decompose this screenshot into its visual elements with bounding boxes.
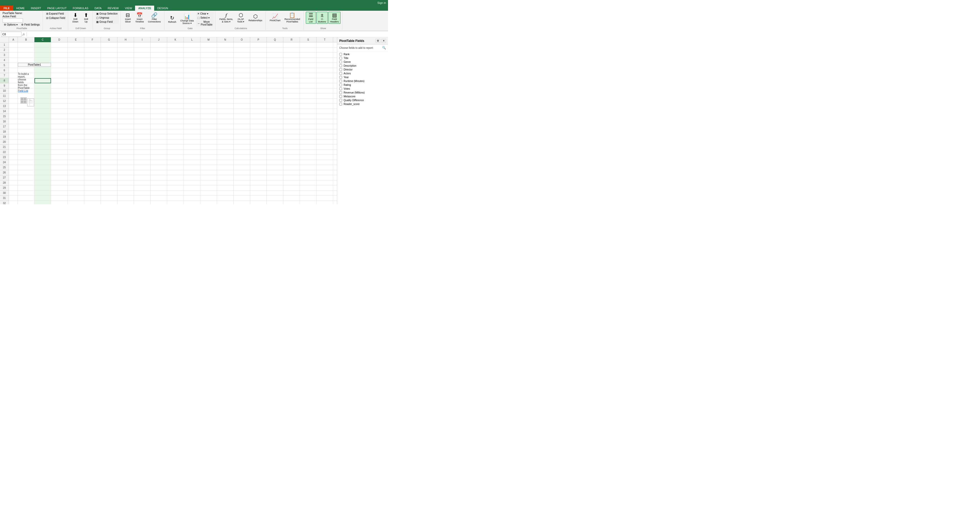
cell[interactable]	[84, 150, 101, 155]
cell[interactable]	[35, 175, 51, 180]
field-item-title[interactable]: Title	[339, 56, 386, 60]
cell[interactable]	[200, 124, 217, 129]
cell[interactable]	[35, 155, 51, 160]
cell[interactable]	[300, 119, 317, 124]
cell[interactable]	[101, 42, 118, 48]
cell[interactable]	[9, 150, 18, 155]
cell[interactable]	[68, 83, 84, 88]
field-checkbox-3[interactable]	[339, 64, 342, 67]
cell[interactable]	[151, 155, 167, 160]
tab-home[interactable]: HOME	[13, 6, 28, 11]
cell[interactable]	[333, 185, 337, 191]
cell[interactable]	[333, 175, 337, 180]
cell[interactable]	[134, 104, 151, 109]
cell[interactable]	[267, 73, 283, 78]
row-25[interactable]: 25	[0, 165, 9, 170]
cell[interactable]	[134, 68, 151, 73]
cell[interactable]	[333, 150, 337, 155]
cell[interactable]	[250, 42, 267, 48]
cell[interactable]	[35, 150, 51, 155]
sign-in-link[interactable]: Sign in	[377, 1, 386, 4]
cell[interactable]	[267, 68, 283, 73]
field-item-rank[interactable]: Rank	[339, 53, 386, 56]
cell[interactable]	[151, 114, 167, 119]
cell[interactable]	[118, 139, 134, 145]
cell[interactable]	[151, 104, 167, 109]
cell[interactable]	[234, 201, 250, 204]
cell[interactable]	[283, 114, 300, 119]
cell[interactable]	[51, 73, 68, 78]
cell[interactable]	[217, 134, 234, 139]
cell[interactable]	[283, 165, 300, 170]
cell[interactable]	[84, 94, 101, 99]
cell[interactable]	[35, 73, 51, 78]
ungroup-button[interactable]: ▢ Ungroup	[95, 16, 119, 20]
cell[interactable]	[18, 53, 35, 58]
cell[interactable]	[118, 180, 134, 185]
cell[interactable]	[151, 78, 167, 83]
cell[interactable]	[234, 180, 250, 185]
insert-timeline-button[interactable]: 📅 InsertTimeline	[134, 12, 146, 24]
cell[interactable]	[167, 185, 184, 191]
cell[interactable]	[151, 119, 167, 124]
cell[interactable]	[9, 58, 18, 63]
tab-analyze[interactable]: ANALYZE	[135, 6, 154, 11]
cell[interactable]	[267, 124, 283, 129]
cell[interactable]	[151, 185, 167, 191]
cell[interactable]	[167, 180, 184, 185]
cell[interactable]	[234, 88, 250, 94]
field-item-genre[interactable]: Genre	[339, 60, 386, 64]
cell[interactable]	[200, 180, 217, 185]
cell[interactable]	[250, 170, 267, 175]
cell[interactable]	[84, 104, 101, 109]
cell[interactable]	[234, 139, 250, 145]
cell[interactable]	[151, 160, 167, 165]
cell[interactable]	[283, 88, 300, 94]
cell[interactable]	[18, 170, 35, 175]
plus-buttons-button[interactable]: ± +/-Buttons	[317, 12, 328, 24]
cell[interactable]	[68, 139, 84, 145]
cell[interactable]	[9, 83, 18, 88]
cell[interactable]	[333, 53, 337, 58]
cell[interactable]	[184, 63, 200, 68]
cell[interactable]	[9, 114, 18, 119]
cell[interactable]	[184, 160, 200, 165]
cell[interactable]	[234, 58, 250, 63]
cell[interactable]	[134, 155, 151, 160]
filter-connections-button[interactable]: 🔗 FilterConnections	[146, 12, 162, 24]
cell[interactable]	[267, 83, 283, 88]
cell[interactable]	[51, 114, 68, 119]
cell[interactable]	[84, 78, 101, 83]
formula-input[interactable]	[29, 33, 387, 36]
cell[interactable]	[167, 145, 184, 150]
move-pivottable-button[interactable]: ↔ MovePivotTable	[196, 20, 214, 27]
cell[interactable]	[300, 63, 317, 68]
cell[interactable]	[51, 119, 68, 124]
col-header-O[interactable]: O	[234, 37, 250, 42]
cell[interactable]	[9, 170, 18, 175]
cell[interactable]	[118, 109, 134, 114]
field-item-metascore[interactable]: Metascore	[339, 94, 386, 98]
col-header-Q[interactable]: Q	[267, 37, 283, 42]
cell[interactable]	[333, 58, 337, 63]
cell[interactable]	[333, 165, 337, 170]
cell[interactable]	[317, 68, 333, 73]
cell[interactable]	[283, 201, 300, 204]
cell[interactable]	[250, 73, 267, 78]
cell[interactable]	[250, 58, 267, 63]
cell[interactable]	[118, 119, 134, 124]
cell[interactable]	[267, 94, 283, 99]
fields-items-sets-button[interactable]: 𝑓 Fields, Items,& Sets ▾	[218, 12, 235, 24]
cell[interactable]	[267, 42, 283, 48]
cell[interactable]	[333, 73, 337, 78]
cell[interactable]	[118, 155, 134, 160]
cell[interactable]	[184, 145, 200, 150]
cell[interactable]	[68, 196, 84, 201]
cell[interactable]	[317, 94, 333, 99]
cell[interactable]	[267, 185, 283, 191]
cell[interactable]	[18, 185, 35, 191]
cell[interactable]	[101, 63, 118, 68]
cell[interactable]	[217, 48, 234, 53]
cell[interactable]	[68, 88, 84, 94]
cell[interactable]	[167, 119, 184, 124]
